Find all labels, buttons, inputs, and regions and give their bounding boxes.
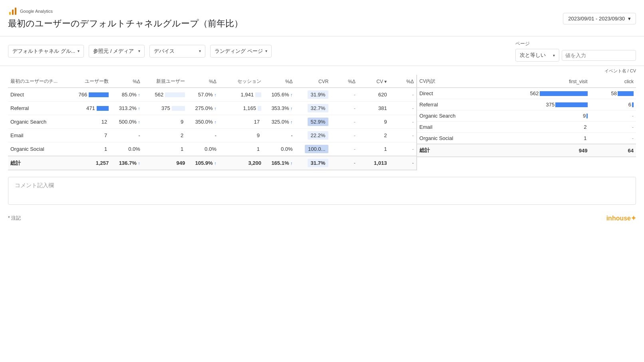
referral-arrow-icon: ▾ [138, 49, 140, 53]
click-cell: 58 [590, 88, 636, 99]
cvr-cell: 32.7% [295, 102, 331, 115]
sessions-cell: 17 [219, 115, 264, 129]
device-filter-label: デバイス [154, 48, 175, 55]
new-users-cell: 375 [143, 102, 187, 115]
col-cv-breakdown: CV内訳 [417, 75, 486, 88]
right-channel-cell: Referral [417, 99, 486, 110]
table-row: Email 7 - 2 - 9 - 22.2% - 2 - [8, 129, 416, 142]
col-first-visit: first_visit [486, 75, 590, 88]
cvr-cell: 22.2% [295, 129, 331, 142]
cvr-cell: 100.0... [295, 142, 331, 156]
cv-cell: 1 [358, 142, 390, 156]
sess-delta-cell: - [264, 129, 295, 142]
sessions-cell: 1,165 [219, 102, 264, 115]
total-row: 総計 1,257 136.7% ↑ 949 105.9% ↑ 3,200 165… [8, 156, 416, 170]
right-channel-cell: Email [417, 122, 486, 133]
cv-delta-cell: - [389, 88, 416, 102]
users-cell: 12 [66, 115, 111, 129]
first-visit-cell: 9 [486, 110, 590, 122]
col-cv[interactable]: CV ▾ [358, 75, 390, 88]
click-cell: - [590, 110, 636, 122]
referral-filter[interactable]: 参照元 / メディア ▾ [89, 45, 145, 58]
cv-delta-cell: - [389, 102, 416, 115]
users-cell: 1 [66, 142, 111, 156]
right-table-row: Direct 562 58 [417, 88, 636, 99]
first-visit-cell: 2 [486, 122, 590, 133]
users-delta-cell: - [111, 129, 143, 142]
right-table-row: Organic Social 1 - [417, 133, 636, 144]
right-table-row: Organic Search 9 - [417, 110, 636, 122]
page-value-input[interactable] [562, 50, 636, 61]
ga-label: Google Analytics [20, 9, 53, 14]
footer: * 注記 inhouse✦ [0, 211, 644, 225]
first-visit-cell: 562 [486, 88, 590, 99]
new-delta-cell: 275.0% ↑ [187, 102, 219, 115]
channel-filter-label: デフォルトチャネル グル... [12, 48, 75, 55]
cvr-delta-cell: - [331, 88, 358, 102]
inhouse-logo: inhouse✦ [606, 214, 636, 222]
users-cell: 7 [66, 129, 111, 142]
new-users-cell: 9 [143, 115, 187, 129]
cv-delta-cell: - [389, 142, 416, 156]
date-dropdown-arrow: ▾ [628, 16, 631, 22]
page-title: 最初のユーザーのデフォルトチャネルグループ（前年比） [8, 18, 636, 30]
referral-filter-label: 参照元 / メディア [93, 48, 134, 55]
users-delta-cell: 500.0% ↑ [111, 115, 143, 129]
landing-filter-label: ランディング ページ [215, 48, 263, 55]
table-row: Referral 471 313.2% ↑ 375 275.0% ↑ 1,165… [8, 102, 416, 115]
cv-cell: 2 [358, 129, 390, 142]
new-delta-cell: 57.0% ↑ [187, 88, 219, 102]
date-selector[interactable]: 2023/09/01 - 2023/09/30 ▾ [563, 13, 636, 24]
col-users: ユーザー数 [66, 75, 111, 88]
sessions-cell: 9 [219, 129, 264, 142]
table-row: Organic Social 1 0.0% 1 0.0% 1 0.0% 100.… [8, 142, 416, 156]
ga-logo: Google Analytics [8, 6, 636, 16]
sessions-cell: 1 [219, 142, 264, 156]
col-channel: 最初のユーザーのチ... [8, 75, 66, 88]
sess-delta-cell: 353.3% ↑ [264, 102, 295, 115]
cvr-delta-cell: - [331, 129, 358, 142]
sess-delta-cell: 105.6% ↑ [264, 88, 295, 102]
date-range-text: 2023/09/01 - 2023/09/30 [568, 16, 625, 22]
right-table-row: Email 2 - [417, 122, 636, 133]
new-users-cell: 562 [143, 88, 187, 102]
right-channel-cell: Direct [417, 88, 486, 99]
channel-filter[interactable]: デフォルトチャネル グル... ▾ [8, 45, 84, 58]
col-cv-delta: %Δ [389, 75, 416, 88]
channel-cell: Email [8, 129, 66, 142]
comment-placeholder: コメント記入欄 [15, 182, 54, 188]
brand-icon: ✦ [631, 215, 636, 222]
users-delta-cell: 313.2% ↑ [111, 102, 143, 115]
page-condition-filter[interactable]: 次と等しい ▾ [515, 49, 559, 62]
click-cell: 6 [590, 99, 636, 110]
event-label: イベント名 / CV [604, 68, 636, 73]
channel-cell: Organic Social [8, 142, 66, 156]
sess-delta-cell: 325.0% ↑ [264, 115, 295, 129]
click-cell: - [590, 122, 636, 133]
landing-filter[interactable]: ランディング ページ ▾ [210, 45, 272, 58]
page-condition-arrow: ▾ [553, 53, 555, 58]
first-visit-cell: 1 [486, 133, 590, 144]
footer-note: * 注記 [8, 215, 21, 222]
comment-box[interactable]: コメント記入欄 [8, 177, 636, 205]
cvr-cell: 31.9% [295, 88, 331, 102]
data-tables: 最初のユーザーのチ... ユーザー数 %Δ 新規ユーザー %Δ セッション %Δ… [0, 75, 644, 170]
click-cell: - [590, 133, 636, 144]
channel-arrow-icon: ▾ [78, 49, 80, 53]
col-new-users: 新規ユーザー [143, 75, 187, 88]
table-row: Direct 766 85.0% ↑ 562 57.0% ↑ 1,941 105… [8, 88, 416, 102]
right-total-row: 総計 949 64 [417, 144, 636, 157]
channel-cell: Direct [8, 88, 66, 102]
page-condition-label: 次と等しい [520, 52, 546, 59]
cvr-delta-cell: - [331, 102, 358, 115]
col-sessions: セッション [219, 75, 264, 88]
cv-delta-cell: - [389, 115, 416, 129]
brand-name: inhouse [606, 215, 631, 222]
new-delta-cell: 0.0% [187, 142, 219, 156]
right-channel-cell: Organic Social [417, 133, 486, 144]
filter-bar: デフォルトチャネル グル... ▾ 参照元 / メディア ▾ デバイス ▾ ラン… [0, 36, 644, 66]
svg-rect-1 [12, 10, 14, 15]
right-channel-cell: Organic Search [417, 110, 486, 122]
device-filter[interactable]: デバイス ▾ [149, 45, 205, 58]
right-table-row: Referral 375 6 [417, 99, 636, 110]
